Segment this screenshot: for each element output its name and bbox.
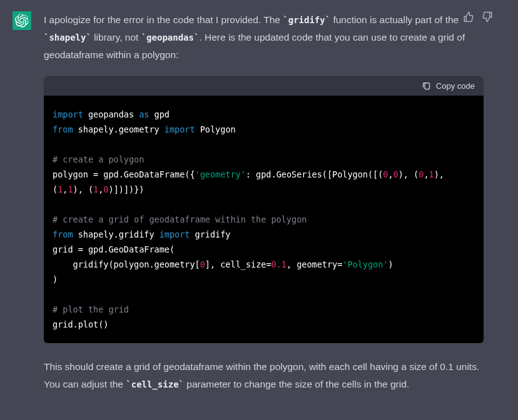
code-line: ) — [53, 272, 475, 287]
inline-code: `geopandas` — [141, 32, 200, 42]
thumbs-down-icon[interactable] — [482, 11, 493, 22]
code-line: # create a grid of geodataframe within t… — [53, 212, 475, 227]
code-line — [53, 197, 475, 212]
clipboard-icon — [422, 81, 431, 91]
code-header: Copy code — [44, 76, 484, 96]
text-segment: function is actually part of the — [330, 14, 459, 25]
code-line — [53, 137, 475, 152]
text-segment: library, not — [91, 32, 141, 42]
assistant-avatar — [13, 11, 31, 30]
intro-paragraph: I apologize for the error in the code th… — [44, 11, 484, 64]
code-line: import geopandas as gpd — [53, 107, 475, 122]
inline-code: `gridify` — [283, 15, 330, 25]
code-line: grid.plot() — [53, 317, 475, 332]
feedback-buttons — [463, 11, 493, 22]
code-line — [53, 287, 475, 302]
closing-paragraph: This should create a grid of geodatafram… — [44, 358, 484, 393]
code-block: Copy code import geopandas as gpd from s… — [44, 76, 484, 343]
code-body: import geopandas as gpd from shapely.geo… — [44, 96, 484, 343]
code-line: grid = gpd.GeoDataFrame( — [53, 242, 475, 257]
code-line: from shapely.geometry import Polygon — [53, 122, 475, 137]
openai-logo-icon — [15, 14, 29, 28]
thumbs-up-icon[interactable] — [463, 11, 474, 22]
inline-code: `cell_size` — [126, 379, 184, 389]
code-line: gridify(polygon.geometry[0], cell_size=0… — [53, 257, 475, 272]
copy-code-label: Copy code — [436, 81, 475, 91]
code-line: from shapely.gridify import gridify — [53, 227, 475, 242]
code-line: # plot the grid — [53, 302, 475, 317]
copy-code-button[interactable]: Copy code — [422, 81, 475, 91]
svg-rect-0 — [425, 83, 430, 89]
message-content: I apologize for the error in the code th… — [44, 11, 484, 393]
inline-code: `shapely` — [44, 32, 91, 42]
code-line: polygon = gpd.GeoDataFrame({'geometry': … — [53, 167, 475, 197]
text-segment: I apologize for the error in the code th… — [44, 14, 283, 25]
code-line: # create a polygon — [53, 152, 475, 167]
text-segment: parameter to change the size of the cell… — [184, 379, 409, 389]
